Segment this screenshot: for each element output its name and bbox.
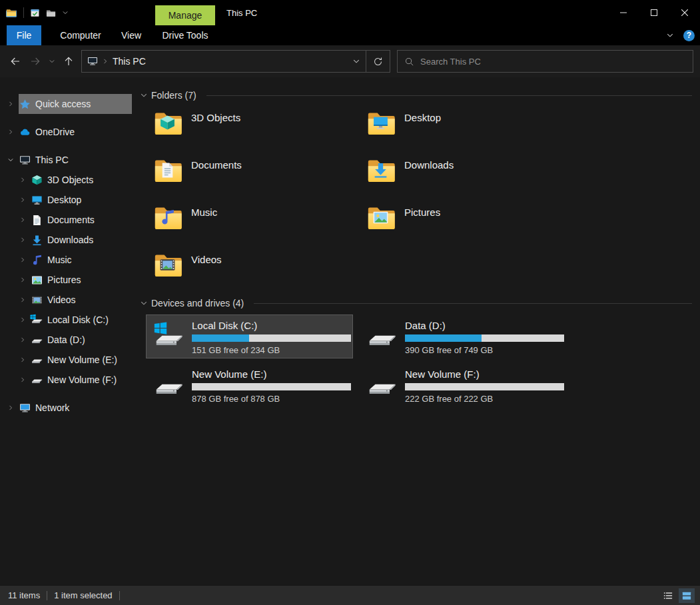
- folder-name: Desktop: [404, 112, 441, 123]
- drives-grid: Local Disk (C:) 151 GB free of 234 GB Da…: [146, 314, 700, 412]
- ribbon-right-controls: ?: [666, 25, 695, 45]
- chevron-right-icon[interactable]: [17, 235, 28, 245]
- capacity-bar: [192, 383, 351, 390]
- group-header-devices[interactable]: Devices and drives (4): [140, 296, 692, 310]
- sidebar-item-network[interactable]: Network: [0, 398, 132, 418]
- sidebar-item-local-disk-c[interactable]: Local Disk (C:): [0, 310, 132, 330]
- breadcrumb-location[interactable]: This PC: [113, 56, 146, 67]
- chevron-right-icon[interactable]: [17, 295, 28, 305]
- refresh-button[interactable]: [366, 51, 390, 72]
- sidebar-item-downloads[interactable]: Downloads: [0, 230, 132, 250]
- group-divider-line: [206, 95, 692, 96]
- forward-button[interactable]: [25, 51, 45, 72]
- folder-tile-videos[interactable]: Videos: [146, 249, 353, 289]
- chevron-right-icon[interactable]: [5, 99, 16, 109]
- back-button[interactable]: [5, 51, 25, 72]
- capacity-bar: [405, 383, 564, 390]
- chevron-down-icon[interactable]: [5, 155, 16, 165]
- ribbon-tab-row: File Computer View Drive Tools ?: [0, 25, 700, 45]
- manage-contextual-tab[interactable]: Manage: [155, 5, 215, 25]
- chevron-right-icon[interactable]: [17, 354, 28, 365]
- document-icon: [159, 162, 176, 179]
- sidebar-item-label: Documents: [47, 215, 95, 225]
- folder-tile-desktop[interactable]: Desktop: [359, 107, 566, 147]
- drive-windows-icon: [31, 314, 43, 326]
- sidebar-item-label: OneDrive: [35, 127, 75, 137]
- drive-tile-local-disk-c[interactable]: Local Disk (C:) 151 GB free of 234 GB: [146, 314, 353, 358]
- close-button[interactable]: [669, 0, 700, 25]
- document-icon: [31, 215, 43, 226]
- this-pc-breadcrumb-icon[interactable]: [87, 56, 98, 67]
- large-icons-view-icon[interactable]: [679, 588, 695, 603]
- folder-tile-3d-objects[interactable]: 3D Objects: [146, 107, 353, 147]
- tab-view[interactable]: View: [113, 25, 149, 45]
- group-collapse-chevron-icon[interactable]: [140, 299, 148, 307]
- drive-tile-new-volume-e[interactable]: New Volume (E:) 878 GB free of 878 GB: [146, 363, 353, 407]
- breadcrumb-chevron-icon[interactable]: [102, 58, 109, 65]
- search-input[interactable]: [420, 57, 686, 67]
- sidebar-item-this-pc[interactable]: This PC: [0, 150, 132, 170]
- sidebar-item-music[interactable]: Music: [0, 250, 132, 270]
- minimize-button[interactable]: [608, 0, 639, 25]
- address-dropdown-chevron-icon[interactable]: [347, 51, 366, 72]
- sidebar-item-label: Desktop: [47, 195, 81, 205]
- recent-locations-chevron-icon[interactable]: [45, 51, 59, 72]
- tab-file[interactable]: File: [7, 25, 41, 45]
- details-view-icon[interactable]: [660, 588, 676, 603]
- sidebar-item-new-volume-f[interactable]: New Volume (F:): [0, 370, 132, 390]
- chevron-right-icon[interactable]: [17, 215, 28, 225]
- sidebar-item-new-volume-e[interactable]: New Volume (E:): [0, 350, 132, 370]
- chevron-right-icon[interactable]: [17, 334, 28, 345]
- chevron-right-icon[interactable]: [17, 275, 28, 285]
- chevron-right-icon[interactable]: [17, 175, 28, 185]
- chevron-right-icon[interactable]: [17, 314, 28, 325]
- sidebar-item-quick-access[interactable]: Quick access: [0, 94, 132, 114]
- tab-computer[interactable]: Computer: [52, 25, 109, 45]
- qat-new-folder-icon[interactable]: [46, 8, 56, 18]
- window-title: This PC: [226, 0, 257, 25]
- tab-drive-tools[interactable]: Drive Tools: [155, 25, 215, 45]
- chevron-right-icon[interactable]: [17, 195, 28, 205]
- status-separator: [47, 591, 47, 600]
- help-icon[interactable]: ?: [683, 30, 695, 41]
- folder-tile-pictures[interactable]: Pictures: [359, 201, 566, 241]
- address-bar[interactable]: This PC: [81, 50, 390, 73]
- group-header-folders[interactable]: Folders (7): [140, 88, 692, 103]
- view-toggle-group: [660, 588, 695, 603]
- sidebar-item-label: Data (D:): [47, 334, 85, 345]
- group-collapse-chevron-icon[interactable]: [140, 91, 148, 99]
- sidebar-item-desktop[interactable]: Desktop: [0, 190, 132, 210]
- free-space-text: 878 GB free of 878 GB: [192, 394, 351, 404]
- drive-info: Local Disk (C:) 151 GB free of 234 GB: [192, 318, 351, 355]
- sidebar-item-data-d[interactable]: Data (D:): [0, 330, 132, 350]
- sidebar-item-onedrive[interactable]: OneDrive: [0, 122, 132, 142]
- sidebar-item-3d-objects[interactable]: 3D Objects: [0, 170, 132, 190]
- drive-icon: [366, 369, 398, 401]
- folder-tile-documents[interactable]: Documents: [146, 154, 353, 194]
- qat-properties-icon[interactable]: [30, 8, 40, 18]
- ribbon-collapse-chevron-icon[interactable]: [666, 31, 674, 39]
- maximize-button[interactable]: [639, 0, 669, 25]
- chevron-right-icon[interactable]: [17, 374, 28, 385]
- drive-tile-data-d[interactable]: Data (D:) 390 GB free of 749 GB: [359, 314, 566, 358]
- explorer-body: Quick access OneDrive This PC 3D Objects: [0, 77, 700, 585]
- film-icon: [159, 257, 176, 273]
- sidebar-item-label: Videos: [47, 295, 76, 305]
- sidebar-item-label: Local Disk (C:): [47, 314, 109, 325]
- sidebar-item-videos[interactable]: Videos: [0, 290, 132, 310]
- chevron-right-icon[interactable]: [17, 255, 28, 265]
- download-icon: [31, 235, 43, 246]
- folder-tile-music[interactable]: Music: [146, 201, 353, 241]
- up-button[interactable]: [59, 51, 79, 72]
- drive-tile-new-volume-f[interactable]: New Volume (F:) 222 GB free of 222 GB: [359, 363, 566, 407]
- search-box[interactable]: [397, 50, 693, 73]
- chevron-right-icon[interactable]: [5, 402, 16, 413]
- folder-tile-downloads[interactable]: Downloads: [359, 154, 566, 194]
- sidebar-item-pictures[interactable]: Pictures: [0, 270, 132, 290]
- sidebar-item-documents[interactable]: Documents: [0, 210, 132, 230]
- chevron-right-icon[interactable]: [5, 127, 16, 137]
- cloud-icon: [19, 127, 31, 138]
- breadcrumb[interactable]: This PC: [82, 51, 347, 72]
- drive-icon: [153, 369, 185, 401]
- qat-customize-chevron-icon[interactable]: [62, 9, 69, 16]
